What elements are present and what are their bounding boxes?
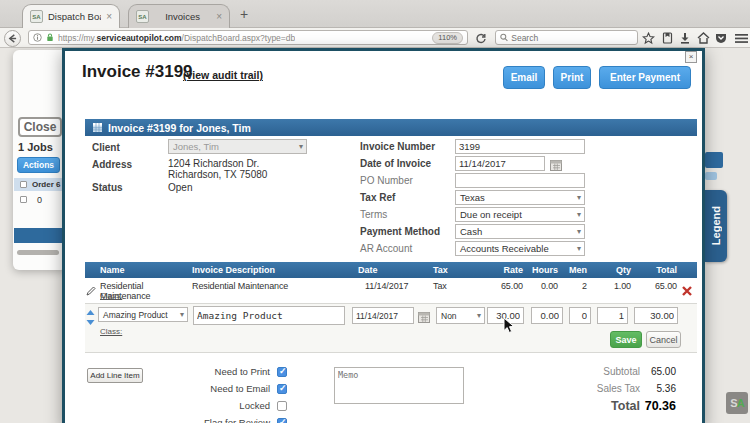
ar-account-value: Accounts Receivable bbox=[460, 243, 549, 254]
need-to-email-checkbox[interactable] bbox=[277, 384, 287, 394]
horizontal-scrollbar[interactable] bbox=[17, 250, 59, 255]
tab-close-icon[interactable]: × bbox=[216, 12, 222, 22]
tab-invoices[interactable]: SA Invoices × bbox=[128, 4, 230, 28]
payment-method-select[interactable]: Cash bbox=[455, 224, 585, 239]
edit-product-select[interactable]: Amazing Product bbox=[98, 307, 188, 322]
tax-ref-select[interactable]: Texas bbox=[455, 190, 585, 205]
locked-checkbox[interactable] bbox=[277, 401, 287, 411]
payment-method-value: Cash bbox=[460, 226, 482, 237]
need-to-print-row: Need to Print bbox=[188, 366, 287, 377]
reload-button[interactable] bbox=[475, 31, 487, 49]
sales-tax-value: 5.36 bbox=[640, 383, 676, 394]
column-header-total: Total bbox=[637, 265, 677, 275]
zoom-level-badge[interactable]: 110% bbox=[432, 32, 463, 44]
terms-value: Due on receipt bbox=[460, 209, 522, 220]
home-icon[interactable] bbox=[696, 31, 710, 45]
sa-favicon: SA bbox=[30, 10, 43, 23]
invoice-number-input[interactable] bbox=[455, 139, 585, 154]
print-button[interactable]: Print bbox=[553, 66, 591, 89]
address-label: Address bbox=[92, 159, 132, 170]
row-rate: 65.00 bbox=[483, 281, 523, 291]
flag-for-review-label: Flag for Review bbox=[188, 417, 270, 423]
save-button[interactable]: Save bbox=[610, 331, 642, 348]
locked-label: Locked bbox=[188, 400, 270, 411]
edit-description-input[interactable] bbox=[193, 306, 345, 325]
info-icon[interactable] bbox=[33, 33, 42, 42]
row-total: 65.00 bbox=[637, 281, 677, 291]
email-button[interactable]: Email bbox=[503, 66, 545, 89]
ar-account-label: AR Account bbox=[360, 243, 412, 254]
sales-tax-label: Sales Tax bbox=[560, 383, 640, 394]
terms-select[interactable]: Due on receipt bbox=[455, 207, 585, 222]
sales-tax-row: Sales Tax 5.36 bbox=[560, 383, 676, 394]
flag-for-review-checkbox[interactable] bbox=[277, 418, 287, 423]
back-button[interactable] bbox=[4, 30, 21, 47]
column-header-name: Name bbox=[100, 265, 125, 275]
background-widget bbox=[705, 172, 717, 180]
row-description: Residential Maintenance bbox=[192, 281, 288, 291]
bookmark-star-icon[interactable] bbox=[641, 31, 655, 45]
client-value: Jones, Tim bbox=[173, 141, 219, 152]
edit-date-input[interactable] bbox=[352, 307, 414, 324]
edit-qty-input[interactable] bbox=[597, 307, 628, 324]
edit-men-input[interactable] bbox=[569, 307, 591, 324]
new-tab-button[interactable]: + bbox=[240, 6, 248, 22]
tax-ref-label: Tax Ref bbox=[360, 192, 395, 203]
row-value: 0 bbox=[37, 195, 42, 205]
edit-total-input[interactable] bbox=[634, 307, 678, 324]
arrow-left-icon bbox=[8, 34, 17, 43]
download-icon[interactable] bbox=[678, 31, 692, 45]
bookmarks-panel-icon[interactable] bbox=[660, 31, 674, 45]
row-class-link[interactable]: Class: bbox=[100, 291, 122, 300]
tab-title: Dispatch Board bbox=[48, 11, 101, 22]
tab-dispatch-board[interactable]: SA Dispatch Board × bbox=[22, 4, 120, 28]
tab-close-icon[interactable]: × bbox=[106, 12, 112, 22]
edit-product-value: Amazing Product bbox=[103, 310, 168, 320]
need-to-print-checkbox[interactable] bbox=[277, 367, 287, 377]
row-checkbox[interactable] bbox=[20, 196, 27, 203]
edit-class-link[interactable]: Class: bbox=[100, 327, 122, 336]
grid-icon bbox=[93, 123, 102, 132]
row-qty: 1.00 bbox=[591, 281, 631, 291]
cancel-button[interactable]: Cancel bbox=[646, 331, 681, 348]
legend-tab[interactable]: Legend bbox=[705, 190, 727, 262]
order-header-label: Order 6 bbox=[32, 180, 60, 189]
memo-textarea[interactable] bbox=[334, 367, 464, 404]
delete-row-button[interactable] bbox=[682, 282, 692, 292]
client-label: Client bbox=[92, 142, 120, 153]
actions-button[interactable]: Actions bbox=[17, 157, 60, 173]
client-select[interactable]: Jones, Tim bbox=[168, 139, 307, 154]
select-all-checkbox[interactable] bbox=[20, 181, 27, 188]
drag-handle-icon[interactable] bbox=[86, 310, 95, 329]
search-icon bbox=[500, 33, 508, 42]
edit-hours-input[interactable] bbox=[531, 307, 563, 324]
enter-payment-button[interactable]: Enter Payment bbox=[599, 66, 691, 89]
search-input[interactable] bbox=[511, 33, 633, 43]
row-date: 11/14/2017 bbox=[365, 281, 408, 291]
calendar-icon[interactable] bbox=[418, 309, 430, 327]
subtotal-label: Subtotal bbox=[560, 366, 640, 377]
po-number-input[interactable] bbox=[455, 173, 585, 188]
jobs-count: 1 Jobs bbox=[18, 141, 53, 153]
url-bar[interactable]: https://my.serviceautopilot.com/Dispatch… bbox=[28, 30, 468, 45]
edit-pencil-icon[interactable] bbox=[86, 282, 96, 300]
search-box[interactable] bbox=[495, 30, 638, 45]
column-header-date: Date bbox=[358, 265, 378, 275]
need-to-email-row: Need to Email bbox=[188, 383, 287, 394]
add-line-item-button[interactable]: Add Line Item bbox=[87, 368, 143, 383]
need-to-print-label: Need to Print bbox=[188, 366, 270, 377]
modal-close-button[interactable]: × bbox=[685, 51, 697, 63]
column-header-description: Invoice Description bbox=[192, 265, 275, 275]
edit-tax-select[interactable]: Non bbox=[436, 307, 485, 324]
view-audit-trail-link[interactable]: (view audit trail) bbox=[183, 69, 263, 81]
menu-icon[interactable] bbox=[734, 31, 748, 45]
address-line1: 1204 Richardson Dr. bbox=[168, 158, 259, 169]
invoice-number-label: Invoice Number bbox=[360, 141, 435, 152]
pocket-icon[interactable] bbox=[714, 31, 728, 45]
date-of-invoice-input[interactable] bbox=[455, 156, 545, 171]
column-header-rate: Rate bbox=[483, 265, 523, 275]
close-button[interactable]: Close bbox=[18, 117, 62, 137]
lock-icon bbox=[46, 33, 54, 42]
row-men: 2 bbox=[547, 281, 587, 291]
ar-account-select[interactable]: Accounts Receivable bbox=[455, 241, 585, 256]
